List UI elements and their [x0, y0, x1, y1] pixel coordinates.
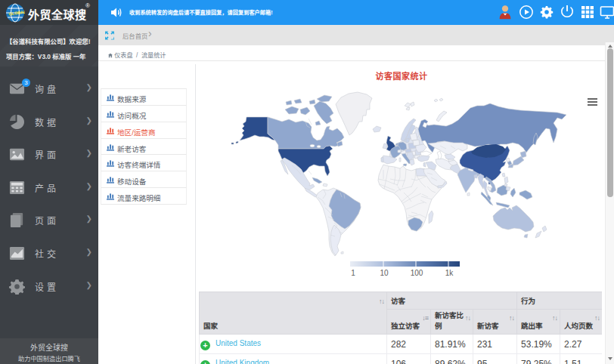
svg-text:10: 10 [380, 269, 389, 277]
svg-text:1: 1 [351, 269, 355, 277]
svg-text:1k: 1k [445, 269, 454, 277]
svg-text:100: 100 [411, 269, 423, 277]
